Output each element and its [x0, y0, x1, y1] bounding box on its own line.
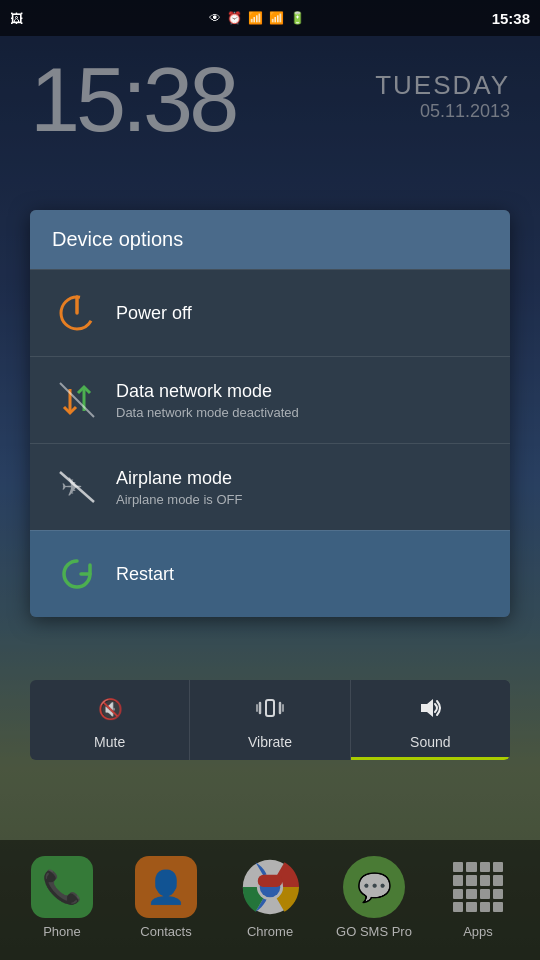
sound-mode-bar: 🔇 Mute Vibrate [30, 680, 510, 760]
status-mid-icons: 👁 ⏰ 📶 📶 🔋 [209, 11, 305, 25]
mute-icon: 🔇 [96, 694, 124, 728]
airplane-mode-text: Airplane mode Airplane mode is OFF [116, 468, 242, 507]
restart-text: Restart [116, 564, 174, 585]
sound-label: Sound [410, 734, 450, 750]
svg-line-4 [60, 383, 94, 417]
mute-mode-item[interactable]: 🔇 Mute [30, 680, 190, 760]
alarm-icon: ⏰ [227, 11, 242, 25]
eye-icon: 👁 [209, 11, 221, 25]
power-off-text: Power off [116, 303, 192, 324]
data-network-label: Data network mode [116, 381, 299, 402]
restart-label: Restart [116, 564, 174, 585]
power-off-icon [52, 288, 102, 338]
data-network-text: Data network mode Data network mode deac… [116, 381, 299, 420]
restart-icon [52, 549, 102, 599]
dialog-title: Device options [30, 210, 510, 269]
sound-mode-item[interactable]: Sound [351, 680, 510, 760]
status-left-icons: 🖼 [10, 11, 23, 26]
airplane-mode-label: Airplane mode [116, 468, 242, 489]
wifi-icon: 📶 [248, 11, 263, 25]
svg-marker-13 [421, 699, 433, 717]
status-time: 15:38 [492, 10, 530, 27]
vibrate-label: Vibrate [248, 734, 292, 750]
svg-rect-8 [266, 700, 274, 716]
vibrate-icon [255, 694, 285, 728]
sound-icon [415, 694, 445, 728]
svg-text:🔇: 🔇 [98, 697, 123, 721]
mute-label: Mute [94, 734, 125, 750]
signal-icon: 📶 [269, 11, 284, 25]
restart-item[interactable]: Restart [30, 530, 510, 617]
airplane-mode-subtitle: Airplane mode is OFF [116, 492, 242, 507]
data-network-icon [52, 375, 102, 425]
airplane-mode-icon: ✈ [52, 462, 102, 512]
data-network-item[interactable]: Data network mode Data network mode deac… [30, 356, 510, 443]
photo-icon: 🖼 [10, 11, 23, 26]
power-off-label: Power off [116, 303, 192, 324]
airplane-mode-item[interactable]: ✈ Airplane mode Airplane mode is OFF [30, 443, 510, 530]
vibrate-mode-item[interactable]: Vibrate [190, 680, 350, 760]
battery-icon: 🔋 [290, 11, 305, 25]
status-time-text: 15:38 [492, 10, 530, 27]
data-network-subtitle: Data network mode deactivated [116, 405, 299, 420]
device-options-dialog: Device options Power off [30, 210, 510, 617]
power-off-item[interactable]: Power off [30, 269, 510, 356]
status-bar: 🖼 👁 ⏰ 📶 📶 🔋 15:38 [0, 0, 540, 36]
